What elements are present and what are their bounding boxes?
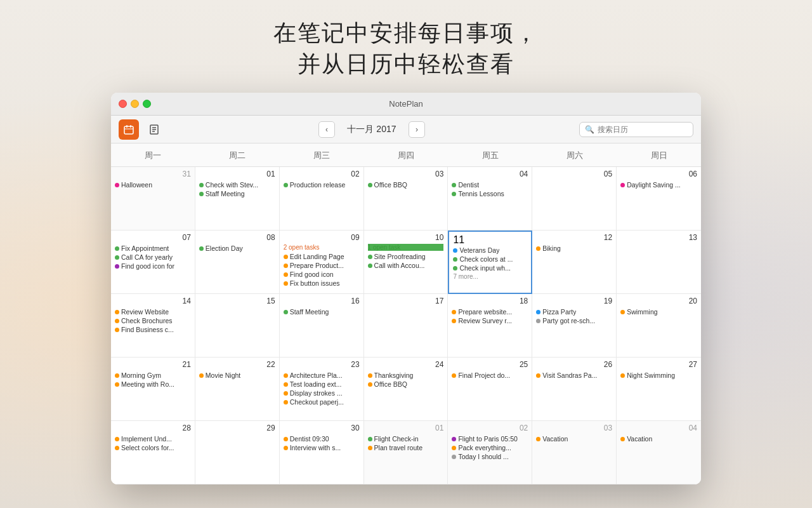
event-item[interactable]: Election Day xyxy=(199,244,275,253)
event-item[interactable]: Morning Gym xyxy=(115,371,191,380)
event-item[interactable]: Visit Sandras Pa... xyxy=(536,371,612,380)
event-item[interactable]: Fix button issues xyxy=(284,279,360,288)
event-item[interactable]: Tennis Lessons xyxy=(452,189,528,198)
event-item[interactable]: Check with Stev... xyxy=(199,180,275,189)
calendar-cell[interactable]: 15 xyxy=(195,294,280,358)
event-item[interactable]: Biking xyxy=(536,244,612,253)
event-item[interactable]: Review Survey r... xyxy=(452,316,528,325)
event-item[interactable]: Movie Night xyxy=(199,371,275,380)
event-item[interactable]: Review Website xyxy=(115,307,191,316)
event-item[interactable]: Veterans Day xyxy=(453,246,527,255)
event-item[interactable]: Staff Meeting xyxy=(284,307,360,316)
event-item[interactable]: Site Proofreading xyxy=(368,252,444,261)
event-item[interactable]: Find Business c... xyxy=(115,325,191,334)
calendar-cell[interactable]: 03Office BBQ xyxy=(364,167,449,231)
calendar-cell[interactable]: 25Final Project do... xyxy=(448,358,532,421)
calendar-cell[interactable]: 14Review WebsiteCheck BrochuresFind Busi… xyxy=(111,294,195,358)
calendar-cell[interactable]: 12Biking xyxy=(532,231,617,294)
search-input[interactable] xyxy=(598,125,686,134)
event-item[interactable]: Dentist 09:30 xyxy=(284,434,360,443)
event-item[interactable]: Call with Accou... xyxy=(368,261,444,270)
calendar-cell[interactable]: 22Movie Night xyxy=(195,358,280,421)
calendar-cell[interactable]: 27Night Swimming xyxy=(617,358,701,421)
calendar-cell[interactable]: 16Staff Meeting xyxy=(280,294,364,358)
event-item[interactable]: Test loading ext... xyxy=(284,380,360,389)
maximize-button[interactable] xyxy=(143,100,151,108)
event-item[interactable]: Checkout paperj... xyxy=(284,398,360,406)
event-item[interactable]: Prepare website... xyxy=(452,307,528,316)
calendar-cell[interactable]: 03Vacation xyxy=(532,421,617,485)
event-item[interactable]: Pack everything... xyxy=(452,443,528,452)
event-item[interactable]: Thanksgiving xyxy=(368,371,444,380)
event-item[interactable]: Production release xyxy=(284,180,360,189)
calendar-cell[interactable]: 02Flight to Paris 05:50Pack everything..… xyxy=(448,421,532,485)
notes-view-button[interactable] xyxy=(144,119,164,140)
event-item[interactable]: Staff Meeting xyxy=(199,189,275,198)
prev-month-button[interactable]: ‹ xyxy=(318,121,335,138)
calendar-cell[interactable]: 29 xyxy=(195,421,280,485)
event-item[interactable]: Edit Landing Page xyxy=(284,252,360,261)
event-item[interactable]: Office BBQ xyxy=(368,180,444,189)
event-item[interactable]: Check colors at ... xyxy=(453,255,527,264)
event-item[interactable]: Final Project do... xyxy=(452,371,528,380)
event-item[interactable]: Flight Check-in xyxy=(368,434,444,443)
event-item[interactable]: Implement Und... xyxy=(115,434,191,443)
calendar-cell[interactable]: 01Flight Check-inPlan travel route xyxy=(364,421,449,485)
calendar-cell[interactable]: 31Halloween xyxy=(111,167,195,231)
event-item[interactable]: Fix Appointment xyxy=(115,244,191,253)
event-item[interactable]: Office BBQ xyxy=(368,380,444,389)
calendar-cell[interactable]: 08Election Day xyxy=(195,231,280,294)
calendar-cell[interactable]: 13 xyxy=(617,231,701,294)
calendar-cell[interactable]: 11Veterans DayCheck colors at ...Check i… xyxy=(448,231,532,294)
calendar-cell[interactable]: 30Dentist 09:30Interview with s... xyxy=(280,421,364,485)
calendar-cell[interactable]: 17 xyxy=(364,294,449,358)
event-item[interactable]: Vacation xyxy=(620,434,697,443)
calendar-view-button[interactable] xyxy=(119,119,139,140)
more-events-link[interactable]: 7 more... xyxy=(453,273,527,280)
event-item[interactable]: Flight to Paris 05:50 xyxy=(452,434,528,443)
calendar-cell[interactable]: 24ThanksgivingOffice BBQ xyxy=(364,358,449,421)
event-item[interactable]: Dentist xyxy=(452,180,528,189)
close-button[interactable] xyxy=(119,100,127,108)
event-item[interactable]: Find good icon for xyxy=(115,262,191,271)
calendar-cell[interactable]: 26Visit Sandras Pa... xyxy=(532,358,617,421)
event-item[interactable]: Prepare Product... xyxy=(284,261,360,270)
event-item[interactable]: Architecture Pla... xyxy=(284,371,360,380)
calendar-cell[interactable]: 092 open tasksEdit Landing PagePrepare P… xyxy=(280,231,364,294)
event-item[interactable]: Party got re-sch... xyxy=(536,316,612,325)
calendar-cell[interactable]: 06Daylight Saving ... xyxy=(617,167,701,231)
calendar-cell[interactable]: 101 open taskSite ProofreadingCall with … xyxy=(364,231,449,294)
event-item[interactable]: Check Brochures xyxy=(115,316,191,325)
event-item[interactable]: Check input wh... xyxy=(453,264,527,272)
next-month-button[interactable]: › xyxy=(409,121,425,138)
event-item[interactable]: Swimming xyxy=(620,307,697,316)
calendar-cell[interactable]: 04DentistTennis Lessons xyxy=(448,167,532,231)
minimize-button[interactable] xyxy=(131,100,139,108)
calendar-cell[interactable]: 04Vacation xyxy=(617,421,701,485)
event-item[interactable]: Plan travel route xyxy=(368,443,444,452)
event-item[interactable]: Daylight Saving ... xyxy=(620,180,697,189)
event-item[interactable]: Select colors for... xyxy=(115,443,191,452)
event-item[interactable]: Find good icon xyxy=(284,270,360,279)
calendar-cell[interactable]: 18Prepare website...Review Survey r... xyxy=(448,294,532,358)
calendar-cell[interactable]: 19Pizza PartyParty got re-sch... xyxy=(532,294,617,358)
calendar-cell[interactable]: 02Production release xyxy=(280,167,364,231)
calendar-cell[interactable]: 20Swimming xyxy=(617,294,701,358)
calendar-cell[interactable]: 01Check with Stev...Staff Meeting xyxy=(195,167,280,231)
event-text: Staff Meeting xyxy=(206,190,245,197)
calendar-cell[interactable]: 05 xyxy=(532,167,617,231)
calendar-cell[interactable]: 23Architecture Pla...Test loading ext...… xyxy=(280,358,364,421)
calendar-cell[interactable]: 28Implement Und...Select colors for... xyxy=(111,421,195,485)
event-item[interactable]: Pizza Party xyxy=(536,307,612,316)
calendar-cell[interactable]: 21Morning GymMeeting with Ro... xyxy=(111,358,195,421)
event-item[interactable]: Meeting with Ro... xyxy=(115,380,191,389)
event-item[interactable]: Call CA for yearly xyxy=(115,253,191,262)
event-item[interactable]: Interview with s... xyxy=(284,443,360,452)
calendar-cell[interactable]: 07Fix AppointmentCall CA for yearlyFind … xyxy=(111,231,195,294)
event-item[interactable]: Display strokes ... xyxy=(284,389,360,398)
search-box[interactable]: 🔍 xyxy=(579,122,693,137)
event-item[interactable]: Today I should ... xyxy=(452,452,528,461)
event-item[interactable]: Night Swimming xyxy=(620,371,697,380)
event-item[interactable]: Halloween xyxy=(115,180,191,189)
event-item[interactable]: Vacation xyxy=(536,434,612,443)
